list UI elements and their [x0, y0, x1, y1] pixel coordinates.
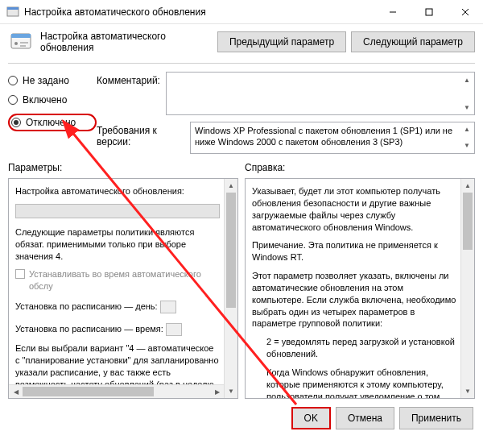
next-setting-button[interactable]: Следующий параметр — [351, 31, 475, 52]
scroll-up-icon[interactable]: ▲ — [460, 73, 473, 86]
params-hscrollbar[interactable]: ◀ ▶ — [9, 384, 224, 398]
help-p3: Этот параметр позволяет указать, включен… — [252, 270, 456, 330]
scroll-down-icon[interactable]: ▼ — [460, 139, 473, 152]
scroll-thumb[interactable] — [23, 387, 154, 396]
comment-textarea[interactable]: ▲ ▼ — [166, 72, 475, 115]
help-p1: Указывает, будет ли этот компьютер получ… — [252, 185, 456, 233]
scroll-up-icon[interactable]: ▲ — [461, 179, 474, 193]
window-title: Настройка автоматического обновления — [24, 6, 374, 18]
scroll-thumb[interactable] — [226, 193, 236, 308]
schedule-time-dropdown[interactable] — [166, 323, 182, 336]
svg-rect-1 — [7, 7, 19, 10]
radio-disabled[interactable]: Отключено — [11, 117, 90, 128]
scroll-down-icon[interactable]: ▼ — [461, 384, 474, 398]
requirements-text: Windows XP Professional с пакетом обновл… — [195, 126, 452, 147]
scroll-up-icon[interactable]: ▲ — [225, 179, 237, 193]
help-p2: Примечание. Эта политика не применяется … — [252, 239, 456, 263]
params-vscrollbar[interactable]: ▲ ▼ — [224, 179, 237, 398]
help-panel: Указывает, будет ли этот компьютер получ… — [245, 178, 475, 399]
help-p5: Когда Windows обнаружит обновления, кото… — [266, 367, 456, 399]
scroll-left-icon[interactable]: ◀ — [9, 385, 23, 398]
svg-rect-10 — [20, 45, 26, 47]
policy-title: Настройка автоматического обновления — [40, 31, 211, 53]
scroll-down-icon[interactable]: ▼ — [225, 384, 237, 398]
previous-setting-button[interactable]: Предыдущий параметр — [217, 31, 346, 52]
schedule-day-label: Установка по расписанию — день: — [15, 301, 158, 311]
ok-button[interactable]: OK — [291, 407, 331, 429]
schedule-time-label: Установка по расписанию — время: — [15, 324, 163, 334]
radio-label: Не задано — [23, 75, 69, 86]
schedule-day-dropdown[interactable] — [160, 301, 176, 313]
svg-rect-7 — [11, 34, 31, 38]
radio-icon — [8, 76, 18, 85]
radio-label: Включено — [23, 94, 67, 106]
svg-rect-3 — [426, 9, 432, 15]
svg-rect-9 — [20, 42, 28, 44]
policy-icon — [8, 29, 34, 55]
maximize-button[interactable] — [411, 0, 447, 23]
maintenance-checkbox[interactable] — [15, 269, 25, 279]
maintenance-checkbox-label: Устанавливать во время автоматического о… — [29, 268, 220, 292]
apply-button[interactable]: Применить — [399, 407, 473, 429]
minimize-button[interactable] — [374, 0, 411, 23]
radio-enabled[interactable]: Включено — [8, 94, 97, 106]
help-label: Справка: — [245, 162, 475, 173]
parameters-label: Параметры: — [8, 162, 238, 173]
svg-point-8 — [14, 42, 18, 45]
scroll-right-icon[interactable]: ▶ — [210, 385, 224, 398]
requirements-box: Windows XP Professional с пакетом обновл… — [190, 122, 475, 154]
radio-not-configured[interactable]: Не задано — [8, 75, 97, 86]
parameters-panel: Настройка автоматического обновления: Сл… — [8, 178, 238, 399]
radio-icon — [11, 118, 21, 127]
scroll-thumb[interactable] — [463, 193, 473, 250]
app-icon — [6, 6, 19, 19]
update-mode-dropdown[interactable] — [15, 204, 220, 218]
help-vscrollbar[interactable]: ▲ ▼ — [460, 179, 474, 398]
cancel-button[interactable]: Отмена — [336, 407, 394, 429]
divider — [8, 63, 475, 64]
params-note: Следующие параметры политики являются об… — [15, 226, 220, 263]
help-p4: 2 = уведомлять перед загрузкой и установ… — [266, 336, 456, 360]
close-button[interactable] — [447, 0, 483, 23]
radio-label: Отключено — [26, 117, 76, 128]
params-heading: Настройка автоматического обновления: — [15, 185, 220, 197]
scroll-down-icon[interactable]: ▼ — [460, 101, 473, 114]
radio-icon — [8, 95, 18, 105]
scroll-up-icon[interactable]: ▲ — [460, 123, 473, 136]
comment-label: Комментарий: — [97, 72, 161, 115]
requirements-label: Требования к версии: — [97, 122, 185, 154]
